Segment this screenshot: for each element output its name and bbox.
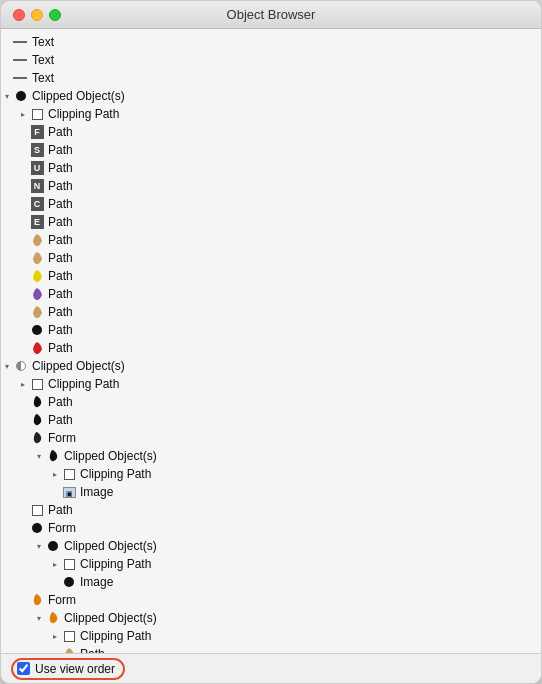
- dash-icon: [13, 70, 29, 86]
- chevron-closed-icon[interactable]: [17, 108, 29, 120]
- shape-tan4-icon: [61, 646, 77, 653]
- tree-item[interactable]: Text: [1, 33, 541, 51]
- tree-item[interactable]: Clipped Object(s): [1, 447, 541, 465]
- item-label: Path: [48, 143, 73, 157]
- item-label: Path: [48, 233, 73, 247]
- tree-item[interactable]: Path: [1, 411, 541, 429]
- tree-item[interactable]: Clipped Object(s): [1, 609, 541, 627]
- minimize-button[interactable]: [31, 9, 43, 21]
- item-label: Path: [48, 251, 73, 265]
- view-order-checkbox[interactable]: [17, 662, 30, 675]
- tree-item[interactable]: SPath: [1, 141, 541, 159]
- maximize-button[interactable]: [49, 9, 61, 21]
- tree-item[interactable]: FPath: [1, 123, 541, 141]
- tree-item[interactable]: Clipping Path: [1, 465, 541, 483]
- dash-icon: [13, 52, 29, 68]
- tree-item[interactable]: Path: [1, 339, 541, 357]
- tree-item[interactable]: Path: [1, 303, 541, 321]
- tree-item[interactable]: Clipping Path: [1, 105, 541, 123]
- tree-item[interactable]: CPath: [1, 195, 541, 213]
- window-title: Object Browser: [227, 7, 316, 22]
- item-label: Clipped Object(s): [64, 539, 157, 553]
- item-label: Path: [48, 305, 73, 319]
- tree-item[interactable]: Clipped Object(s): [1, 537, 541, 555]
- chevron-open-icon[interactable]: [33, 540, 45, 552]
- tree-item[interactable]: Path: [1, 231, 541, 249]
- shape-orange-leaf-icon: [29, 592, 45, 608]
- tree-item[interactable]: Form: [1, 591, 541, 609]
- square-outline-icon: [29, 106, 45, 122]
- traffic-lights: [13, 9, 61, 21]
- item-label: Path: [48, 161, 73, 175]
- tree-item[interactable]: EPath: [1, 213, 541, 231]
- image-icon-icon: ▣: [61, 484, 77, 500]
- tree-item[interactable]: Path: [1, 267, 541, 285]
- tree-item[interactable]: Clipped Object(s): [1, 87, 541, 105]
- tree-item[interactable]: Clipping Path: [1, 627, 541, 645]
- item-label: Clipped Object(s): [64, 611, 157, 625]
- shape-orange-leaf2-icon: [45, 610, 61, 626]
- item-label: Path: [48, 323, 73, 337]
- chevron-open-icon[interactable]: [33, 450, 45, 462]
- tree-item[interactable]: Clipping Path: [1, 375, 541, 393]
- item-label: Path: [48, 503, 73, 517]
- tree-item[interactable]: Path: [1, 501, 541, 519]
- shape-red-icon: [29, 340, 45, 356]
- tree-item[interactable]: Path: [1, 645, 541, 653]
- tree-item[interactable]: Text: [1, 51, 541, 69]
- item-label: Form: [48, 593, 76, 607]
- chevron-closed-icon[interactable]: [49, 468, 61, 480]
- item-label: Path: [48, 395, 73, 409]
- chevron-open-icon[interactable]: [33, 612, 45, 624]
- dot-black5-icon: [61, 574, 77, 590]
- item-label: Path: [48, 215, 73, 229]
- shape-black-leaf2-icon: [29, 412, 45, 428]
- dot-black3-icon: [29, 520, 45, 536]
- tree-item[interactable]: Path: [1, 321, 541, 339]
- shape-tan2-icon: [29, 250, 45, 266]
- item-label: Clipping Path: [80, 557, 151, 571]
- view-order-label: Use view order: [35, 662, 115, 676]
- square-outline2-icon: [29, 502, 45, 518]
- tree-item[interactable]: Clipping Path: [1, 555, 541, 573]
- item-label: Path: [48, 179, 73, 193]
- item-label: Clipping Path: [80, 629, 151, 643]
- tree-item[interactable]: Path: [1, 249, 541, 267]
- tree-item[interactable]: Form: [1, 519, 541, 537]
- tree-item[interactable]: Path: [1, 393, 541, 411]
- shape-tan3-icon: [29, 304, 45, 320]
- item-label: Clipping Path: [80, 467, 151, 481]
- square-outline-icon: [61, 628, 77, 644]
- chevron-closed-icon[interactable]: [49, 630, 61, 642]
- dot-black2-icon: [29, 322, 45, 338]
- chevron-open-icon[interactable]: [1, 360, 13, 372]
- tree-item[interactable]: Path: [1, 285, 541, 303]
- tree-item[interactable]: UPath: [1, 159, 541, 177]
- tree-item[interactable]: NPath: [1, 177, 541, 195]
- letter-F-icon: F: [29, 124, 45, 140]
- item-label: Form: [48, 521, 76, 535]
- tree-panel[interactable]: TextTextTextClipped Object(s)Clipping Pa…: [1, 29, 541, 653]
- shape-yellow-icon: [29, 268, 45, 284]
- dash-icon: [13, 34, 29, 50]
- close-button[interactable]: [13, 9, 25, 21]
- footer: Use view order: [1, 653, 541, 683]
- item-label: Clipped Object(s): [32, 89, 125, 103]
- tree-item[interactable]: ▣Image: [1, 483, 541, 501]
- dot-black-icon: [13, 88, 29, 104]
- shape-tan-icon: [29, 232, 45, 248]
- square-outline-icon: [29, 376, 45, 392]
- letter-E2-icon: E: [29, 214, 45, 230]
- view-order-checkbox-wrap: Use view order: [11, 658, 125, 680]
- item-label: Text: [32, 53, 54, 67]
- item-label: Path: [48, 341, 73, 355]
- tree-item[interactable]: Image: [1, 573, 541, 591]
- titlebar: Object Browser: [1, 1, 541, 29]
- shape-black-form-icon: [29, 430, 45, 446]
- chevron-closed-icon[interactable]: [17, 378, 29, 390]
- chevron-closed-icon[interactable]: [49, 558, 61, 570]
- chevron-open-icon[interactable]: [1, 90, 13, 102]
- tree-item[interactable]: Text: [1, 69, 541, 87]
- tree-item[interactable]: Clipped Object(s): [1, 357, 541, 375]
- tree-item[interactable]: Form: [1, 429, 541, 447]
